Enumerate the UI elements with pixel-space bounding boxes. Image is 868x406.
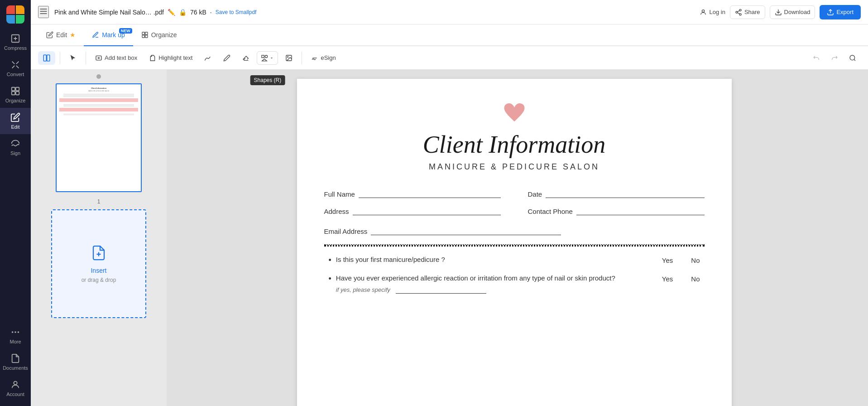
- insert-zone[interactable]: Insert or drag & drop: [51, 209, 146, 318]
- tab-edit[interactable]: Edit ★: [38, 24, 84, 46]
- doc-heart: [324, 102, 705, 126]
- highlight-label: Highlight text: [158, 54, 192, 61]
- sidebar-item-account[interactable]: Account: [0, 375, 31, 401]
- image-button[interactable]: [281, 52, 297, 64]
- field-address: Address: [324, 207, 501, 215]
- edit-tab-star: ★: [70, 31, 76, 39]
- filesize: 76 kB: [190, 9, 206, 16]
- toolbar-sep-2: [86, 52, 86, 64]
- right-scrollbar[interactable]: [862, 70, 868, 406]
- eraser-button[interactable]: [238, 52, 254, 64]
- pencil-button[interactable]: [219, 52, 235, 64]
- svg-rect-24: [43, 55, 46, 61]
- page-panel-toggle-button[interactable]: [38, 51, 55, 65]
- export-label: Export: [836, 9, 854, 15]
- page-thumbnail-1[interactable]: Client Information MANICURE & PEDICURE S…: [56, 83, 142, 192]
- document-area: Client Information MANICURE & PEDICURE S…: [167, 70, 862, 406]
- main-content: Pink and White Simple Nail Salo… .pdf ✏️…: [31, 0, 868, 406]
- sidebar-item-documents[interactable]: Documents: [0, 349, 31, 375]
- download-label: Download: [784, 9, 810, 15]
- sidebar: Compress Convert Organize Edit Sign More…: [0, 0, 31, 406]
- add-text-box-button[interactable]: Add text box: [91, 52, 142, 64]
- field-email-line: [371, 227, 561, 235]
- field-address-line: [353, 207, 501, 215]
- svg-point-8: [14, 382, 17, 385]
- insert-label: Insert: [91, 267, 106, 274]
- shapes-button[interactable]: Shapes (R): [257, 51, 278, 65]
- insert-icon: [91, 245, 107, 264]
- sidebar-item-label: Compress: [4, 45, 27, 51]
- esign-button[interactable]: eSign: [307, 52, 340, 64]
- tab-organize[interactable]: Organize: [133, 24, 185, 46]
- lock-icon[interactable]: 🔒: [179, 9, 187, 16]
- svg-point-7: [18, 331, 19, 333]
- edit-icon[interactable]: ✏️: [168, 9, 175, 16]
- field-date: Date: [528, 190, 705, 198]
- sidebar-account-label: Account: [6, 392, 24, 397]
- sidebar-item-sign[interactable]: Sign: [0, 134, 31, 160]
- doc-divider: [324, 244, 705, 246]
- toolbar-sep-3: [302, 52, 302, 64]
- answer-yes-2: Yes: [662, 275, 673, 283]
- sidebar-item-label: Documents: [3, 365, 28, 371]
- search-button[interactable]: [844, 52, 861, 64]
- select-tool-button[interactable]: [65, 52, 81, 64]
- question-2-answers: Yes No: [662, 274, 700, 283]
- redo-button[interactable]: [826, 52, 843, 64]
- svg-rect-22: [142, 35, 144, 38]
- answer-no-1: No: [691, 256, 700, 264]
- question-2: • Have you ever experienced allergic rea…: [329, 274, 700, 294]
- share-label: Share: [744, 9, 760, 15]
- doc-subtitle: MANICURE & PEDICURE SALON: [324, 162, 705, 172]
- sidebar-item-organize[interactable]: Organize: [0, 82, 31, 108]
- svg-rect-21: [145, 32, 147, 34]
- sidebar-item-convert[interactable]: Convert: [0, 55, 31, 82]
- field-phone: Contact Phone: [528, 207, 705, 215]
- svg-point-31: [288, 56, 288, 57]
- document-page: Client Information MANICURE & PEDICURE S…: [297, 79, 732, 406]
- svg-rect-1: [12, 87, 15, 91]
- svg-rect-4: [16, 92, 19, 95]
- share-button[interactable]: Share: [730, 5, 765, 19]
- question-1-text: Is this your first manicure/pedicure ?: [336, 256, 657, 263]
- toolbar-undo-redo: [808, 52, 861, 64]
- toolbar: Add text box Highlight text Shapes (R): [31, 46, 868, 70]
- svg-rect-25: [47, 55, 50, 61]
- highlight-text-button[interactable]: Highlight text: [144, 52, 197, 64]
- svg-marker-29: [262, 59, 267, 61]
- svg-point-5: [12, 331, 14, 333]
- save-to-smallpdf-link[interactable]: Save to Smallpdf: [216, 9, 257, 15]
- hamburger-button[interactable]: [38, 6, 49, 18]
- svg-point-15: [739, 13, 741, 15]
- svg-point-28: [265, 55, 268, 58]
- sidebar-item-more[interactable]: More: [0, 323, 31, 349]
- toolbar-sep-1: [60, 52, 60, 64]
- field-fullname-label: Full Name: [324, 190, 355, 198]
- tab-markup[interactable]: Mark up NEW: [84, 24, 133, 46]
- undo-button[interactable]: [808, 52, 825, 64]
- freehand-button[interactable]: [200, 52, 216, 64]
- insert-sub: or drag & drop: [82, 277, 116, 283]
- sidebar-item-compress[interactable]: Compress: [0, 29, 31, 55]
- svg-rect-23: [145, 35, 147, 38]
- sidebar-item-edit[interactable]: Edit: [0, 108, 31, 134]
- svg-point-13: [739, 9, 741, 11]
- tabbar: Edit ★ Mark up NEW Organize: [31, 24, 868, 46]
- download-button[interactable]: Download: [770, 5, 815, 19]
- field-email: Email Address: [324, 227, 705, 235]
- login-button[interactable]: Log in: [700, 9, 725, 16]
- export-button[interactable]: Export: [820, 5, 861, 19]
- page-panel: Client Information MANICURE & PEDICURE S…: [31, 70, 167, 406]
- tab-new-badge: NEW: [119, 28, 132, 34]
- app-logo[interactable]: [6, 5, 24, 24]
- bullet-1: •: [329, 256, 331, 265]
- add-text-label: Add text box: [105, 54, 137, 61]
- svg-point-6: [14, 331, 16, 333]
- svg-rect-3: [12, 92, 15, 95]
- answer-yes-1: Yes: [662, 256, 673, 264]
- question-2-sub: if yes, please specify: [336, 285, 657, 294]
- sidebar-item-label: Convert: [7, 72, 24, 77]
- topbar-title: Pink and White Simple Nail Salo… .pdf ✏️…: [54, 9, 694, 16]
- field-date-label: Date: [528, 190, 542, 198]
- sidebar-item-label: Organize: [5, 98, 26, 103]
